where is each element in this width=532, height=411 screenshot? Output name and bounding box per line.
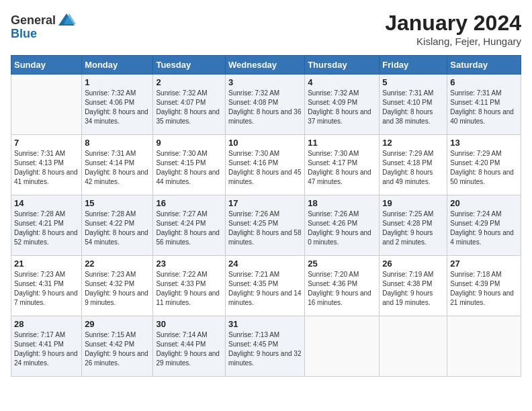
day-number: 23 (156, 259, 222, 269)
day-number: 31 (228, 319, 302, 329)
calendar-cell: 30Sunrise: 7:14 AMSunset: 4:44 PMDayligh… (153, 316, 226, 377)
calendar-cell: 27Sunrise: 7:18 AMSunset: 4:39 PMDayligh… (447, 256, 521, 316)
calendar-cell: 24Sunrise: 7:21 AMSunset: 4:35 PMDayligh… (226, 256, 305, 316)
day-number: 21 (14, 259, 79, 269)
calendar-cell: 14Sunrise: 7:28 AMSunset: 4:21 PMDayligh… (11, 195, 82, 256)
day-info: Sunrise: 7:23 AMSunset: 4:31 PMDaylight:… (14, 270, 79, 308)
day-number: 22 (85, 259, 150, 269)
day-number: 12 (382, 138, 444, 148)
day-number: 15 (85, 198, 150, 208)
month-title: January 2024 (385, 11, 521, 36)
day-number: 27 (450, 259, 518, 269)
calendar-cell: 3Sunrise: 7:32 AMSunset: 4:08 PMDaylight… (226, 75, 305, 135)
day-number: 10 (228, 138, 302, 148)
day-header: Sunday (11, 56, 82, 75)
day-header: Saturday (447, 56, 521, 75)
calendar-cell: 21Sunrise: 7:23 AMSunset: 4:31 PMDayligh… (11, 256, 82, 316)
day-info: Sunrise: 7:27 AMSunset: 4:24 PMDaylight:… (156, 210, 222, 247)
calendar-cell: 10Sunrise: 7:30 AMSunset: 4:16 PMDayligh… (226, 135, 305, 195)
day-number: 8 (85, 138, 150, 148)
calendar-week-row: 28Sunrise: 7:17 AMSunset: 4:41 PMDayligh… (11, 316, 521, 377)
day-info: Sunrise: 7:32 AMSunset: 4:07 PMDaylight:… (156, 89, 222, 126)
day-info: Sunrise: 7:17 AMSunset: 4:41 PMDaylight:… (14, 330, 79, 368)
day-number: 28 (14, 319, 79, 329)
day-number: 25 (308, 259, 376, 269)
day-number: 17 (228, 198, 302, 208)
day-info: Sunrise: 7:31 AMSunset: 4:13 PMDaylight:… (14, 149, 79, 187)
day-number: 26 (382, 259, 444, 269)
calendar-cell: 8Sunrise: 7:31 AMSunset: 4:14 PMDaylight… (82, 135, 153, 195)
day-info: Sunrise: 7:26 AMSunset: 4:26 PMDaylight:… (308, 210, 376, 247)
day-info: Sunrise: 7:28 AMSunset: 4:21 PMDaylight:… (14, 210, 79, 247)
day-info: Sunrise: 7:23 AMSunset: 4:32 PMDaylight:… (85, 270, 150, 308)
calendar-cell: 20Sunrise: 7:24 AMSunset: 4:29 PMDayligh… (447, 195, 521, 256)
day-number: 13 (450, 138, 518, 148)
calendar-cell: 28Sunrise: 7:17 AMSunset: 4:41 PMDayligh… (11, 316, 82, 377)
day-header: Tuesday (153, 56, 226, 75)
calendar-table: SundayMondayTuesdayWednesdayThursdayFrid… (11, 55, 521, 377)
day-number: 11 (308, 138, 376, 148)
day-info: Sunrise: 7:30 AMSunset: 4:17 PMDaylight:… (308, 149, 376, 187)
day-number: 18 (308, 198, 376, 208)
day-info: Sunrise: 7:19 AMSunset: 4:38 PMDaylight:… (382, 270, 444, 308)
calendar-week-row: 14Sunrise: 7:28 AMSunset: 4:21 PMDayligh… (11, 195, 521, 256)
day-info: Sunrise: 7:15 AMSunset: 4:42 PMDaylight:… (85, 330, 150, 368)
logo-icon (57, 11, 76, 30)
calendar-cell: 15Sunrise: 7:28 AMSunset: 4:22 PMDayligh… (82, 195, 153, 256)
calendar-cell: 23Sunrise: 7:22 AMSunset: 4:33 PMDayligh… (153, 256, 226, 316)
calendar-cell (305, 316, 380, 377)
calendar-cell: 4Sunrise: 7:32 AMSunset: 4:09 PMDaylight… (305, 75, 380, 135)
calendar-cell: 1Sunrise: 7:32 AMSunset: 4:06 PMDaylight… (82, 75, 153, 135)
calendar-cell: 26Sunrise: 7:19 AMSunset: 4:38 PMDayligh… (380, 256, 447, 316)
page-header: General Blue January 2024 Kislang, Fejer… (11, 11, 521, 47)
day-header: Thursday (305, 56, 380, 75)
calendar-cell: 22Sunrise: 7:23 AMSunset: 4:32 PMDayligh… (82, 256, 153, 316)
day-info: Sunrise: 7:30 AMSunset: 4:16 PMDaylight:… (228, 149, 302, 187)
day-number: 4 (308, 77, 376, 87)
day-number: 2 (156, 77, 222, 87)
calendar-cell: 19Sunrise: 7:25 AMSunset: 4:28 PMDayligh… (380, 195, 447, 256)
day-header: Friday (380, 56, 447, 75)
day-number: 9 (156, 138, 222, 148)
day-info: Sunrise: 7:30 AMSunset: 4:15 PMDaylight:… (156, 149, 222, 187)
title-section: January 2024 Kislang, Fejer, Hungary (385, 11, 521, 47)
calendar-cell: 16Sunrise: 7:27 AMSunset: 4:24 PMDayligh… (153, 195, 226, 256)
day-number: 20 (450, 198, 518, 208)
location-title: Kislang, Fejer, Hungary (385, 36, 521, 47)
calendar-cell: 12Sunrise: 7:29 AMSunset: 4:18 PMDayligh… (380, 135, 447, 195)
calendar-cell: 7Sunrise: 7:31 AMSunset: 4:13 PMDaylight… (11, 135, 82, 195)
day-number: 29 (85, 319, 150, 329)
calendar-cell: 13Sunrise: 7:29 AMSunset: 4:20 PMDayligh… (447, 135, 521, 195)
calendar-cell (447, 316, 521, 377)
day-info: Sunrise: 7:13 AMSunset: 4:45 PMDaylight:… (228, 330, 302, 368)
day-info: Sunrise: 7:25 AMSunset: 4:28 PMDaylight:… (382, 210, 444, 247)
logo-blue: Blue (11, 27, 37, 41)
day-info: Sunrise: 7:18 AMSunset: 4:39 PMDaylight:… (450, 270, 518, 308)
day-number: 19 (382, 198, 444, 208)
calendar-cell: 2Sunrise: 7:32 AMSunset: 4:07 PMDaylight… (153, 75, 226, 135)
day-info: Sunrise: 7:24 AMSunset: 4:29 PMDaylight:… (450, 210, 518, 247)
day-number: 1 (85, 77, 150, 87)
calendar-cell (11, 75, 82, 135)
day-info: Sunrise: 7:32 AMSunset: 4:08 PMDaylight:… (228, 89, 302, 126)
logo: General Blue (11, 11, 76, 41)
day-number: 6 (450, 77, 518, 87)
day-info: Sunrise: 7:21 AMSunset: 4:35 PMDaylight:… (228, 270, 302, 308)
day-info: Sunrise: 7:31 AMSunset: 4:11 PMDaylight:… (450, 89, 518, 126)
calendar-cell: 11Sunrise: 7:30 AMSunset: 4:17 PMDayligh… (305, 135, 380, 195)
day-info: Sunrise: 7:22 AMSunset: 4:33 PMDaylight:… (156, 270, 222, 308)
day-info: Sunrise: 7:26 AMSunset: 4:25 PMDaylight:… (228, 210, 302, 247)
day-info: Sunrise: 7:28 AMSunset: 4:22 PMDaylight:… (85, 210, 150, 247)
day-info: Sunrise: 7:31 AMSunset: 4:14 PMDaylight:… (85, 149, 150, 187)
day-number: 24 (228, 259, 302, 269)
calendar-cell (380, 316, 447, 377)
day-info: Sunrise: 7:32 AMSunset: 4:06 PMDaylight:… (85, 89, 150, 126)
day-info: Sunrise: 7:29 AMSunset: 4:18 PMDaylight:… (382, 149, 444, 187)
calendar-cell: 9Sunrise: 7:30 AMSunset: 4:15 PMDaylight… (153, 135, 226, 195)
day-info: Sunrise: 7:31 AMSunset: 4:10 PMDaylight:… (382, 89, 444, 126)
calendar-body: 1Sunrise: 7:32 AMSunset: 4:06 PMDaylight… (11, 75, 521, 377)
calendar-week-row: 1Sunrise: 7:32 AMSunset: 4:06 PMDaylight… (11, 75, 521, 135)
day-header: Monday (82, 56, 153, 75)
day-info: Sunrise: 7:14 AMSunset: 4:44 PMDaylight:… (156, 330, 222, 368)
day-number: 5 (382, 77, 444, 87)
